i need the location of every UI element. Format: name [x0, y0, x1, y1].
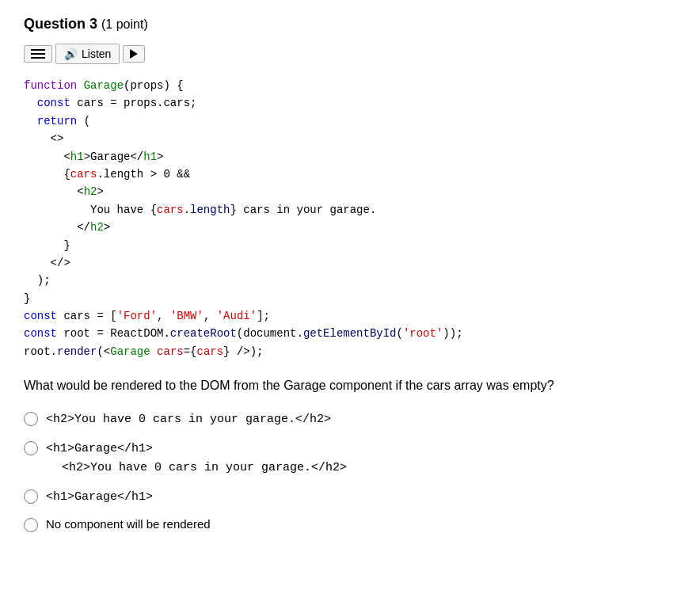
speaker-icon: 🔊 [64, 48, 78, 60]
hamburger-icon [31, 49, 45, 59]
option-3: <h1>Garage</h1> [24, 487, 676, 507]
play-icon [130, 49, 138, 59]
question-points: (1 point) [101, 17, 148, 31]
option-2: <h1>Garage</h1> <h2>You have 0 cars in y… [24, 439, 676, 478]
listen-label: Listen [82, 48, 111, 60]
option-4-radio[interactable] [24, 518, 38, 532]
listen-button[interactable]: 🔊 Listen [55, 44, 120, 64]
question-text: What would be rendered to the DOM from t… [24, 376, 676, 395]
option-1-radio[interactable] [24, 412, 38, 426]
toolbar: 🔊 Listen [24, 44, 676, 64]
option-3-radio[interactable] [24, 489, 38, 504]
option-1-label[interactable]: <h2>You have 0 cars in your garage.</h2> [46, 409, 331, 429]
option-1: <h2>You have 0 cars in your garage.</h2> [24, 409, 676, 429]
code-block: function Garage(props) { const cars = pr… [24, 77, 676, 360]
option-2-radio[interactable] [24, 441, 38, 455]
option-2-label[interactable]: <h1>Garage</h1> <h2>You have 0 cars in y… [46, 439, 347, 478]
question-title: Question 3 [24, 16, 97, 32]
menu-button[interactable] [24, 45, 52, 63]
option-4: No component will be rendered [24, 516, 676, 534]
question-header: Question 3 (1 point) [24, 16, 676, 32]
options-group: <h2>You have 0 cars in your garage.</h2>… [24, 409, 676, 534]
play-button[interactable] [123, 45, 145, 63]
option-3-label[interactable]: <h1>Garage</h1> [46, 487, 153, 507]
option-4-label[interactable]: No component will be rendered [46, 516, 211, 534]
